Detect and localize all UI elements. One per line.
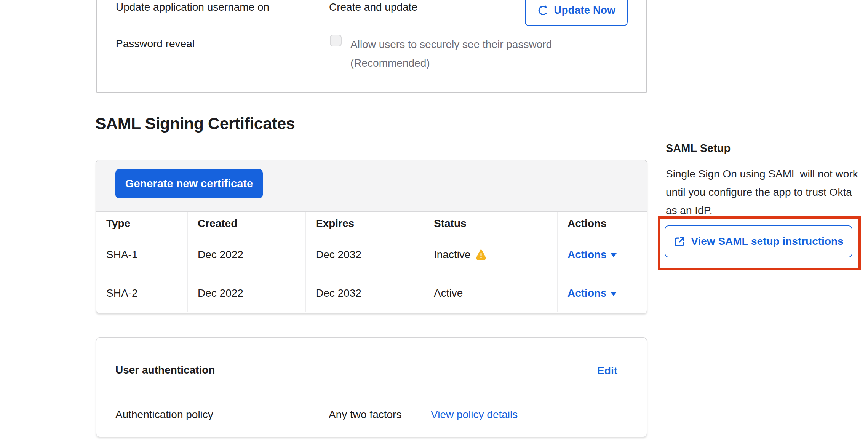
- certificate-row-sha1: SHA-1 Dec 2022 Dec 2032 Inactive: [96, 235, 647, 274]
- user-auth-title: User authentication: [115, 364, 215, 377]
- provisioning-settings-card: Update application username on Create an…: [96, 0, 647, 93]
- actions-label: Actions: [567, 249, 607, 261]
- warning-icon: [475, 249, 487, 260]
- cert-expires: Dec 2032: [306, 274, 424, 312]
- password-reveal-checkbox-label: Allow users to securely see their passwo…: [350, 35, 579, 72]
- certificates-toolbar: Generate new certificate: [96, 160, 647, 212]
- cert-actions-cell: Actions: [558, 235, 647, 274]
- view-saml-instructions-button[interactable]: View SAML setup instructions: [665, 225, 852, 257]
- view-saml-instructions-label: View SAML setup instructions: [691, 235, 843, 248]
- cert-status: Inactive: [424, 235, 558, 274]
- edit-link[interactable]: Edit: [597, 364, 617, 377]
- okta-app-saml-settings-page: Update application username on Create an…: [0, 0, 868, 441]
- actions-dropdown-trigger[interactable]: Actions: [567, 249, 617, 261]
- status-text: Active: [434, 287, 463, 299]
- column-header-actions: Actions: [558, 212, 647, 235]
- column-header-expires: Expires: [306, 212, 424, 235]
- certificates-table: Type Created Expires Status Actions SHA-…: [96, 212, 647, 312]
- column-header-type: Type: [96, 212, 188, 235]
- generate-certificate-button[interactable]: Generate new certificate: [115, 169, 263, 198]
- refresh-icon: [537, 5, 549, 16]
- user-authentication-card: User authentication Edit Authentication …: [96, 337, 647, 437]
- certificate-row-sha2: SHA-2 Dec 2022 Dec 2032 Active Actions: [96, 274, 647, 312]
- auth-policy-label: Authentication policy: [115, 408, 213, 421]
- column-header-created: Created: [188, 212, 306, 235]
- username-update-label: Update application username on: [116, 1, 269, 14]
- auth-policy-value: Any two factors: [329, 408, 401, 421]
- password-reveal-checkbox[interactable]: [330, 35, 342, 46]
- column-header-status: Status: [424, 212, 558, 235]
- actions-label: Actions: [567, 287, 607, 299]
- username-update-value: Create and update: [329, 1, 417, 14]
- page-title: SAML Signing Certificates: [95, 114, 295, 133]
- cert-type: SHA-1: [96, 235, 188, 274]
- view-policy-details-link[interactable]: View policy details: [431, 408, 518, 421]
- caret-down-icon: [611, 253, 617, 257]
- actions-dropdown-trigger[interactable]: Actions: [567, 287, 617, 299]
- cert-created: Dec 2022: [188, 274, 306, 312]
- status-text: Inactive: [434, 249, 471, 261]
- annotation-highlight-box: View SAML setup instructions: [658, 216, 861, 270]
- saml-setup-description: Single Sign On using SAML will not work …: [666, 165, 858, 220]
- cert-actions-cell: Actions: [558, 274, 647, 312]
- cert-expires: Dec 2032: [306, 235, 424, 274]
- cert-status: Active: [424, 274, 558, 312]
- saml-setup-title: SAML Setup: [666, 142, 731, 155]
- cert-type: SHA-2: [96, 274, 188, 312]
- update-now-button[interactable]: Update Now: [525, 0, 628, 26]
- password-reveal-label: Password reveal: [116, 37, 195, 50]
- external-link-icon: [673, 235, 686, 248]
- certificates-table-header: Type Created Expires Status Actions: [96, 212, 647, 235]
- update-now-label: Update Now: [554, 4, 615, 16]
- caret-down-icon: [611, 292, 617, 296]
- saml-certificates-card: Generate new certificate Type Created Ex…: [96, 160, 647, 313]
- cert-created: Dec 2022: [188, 235, 306, 274]
